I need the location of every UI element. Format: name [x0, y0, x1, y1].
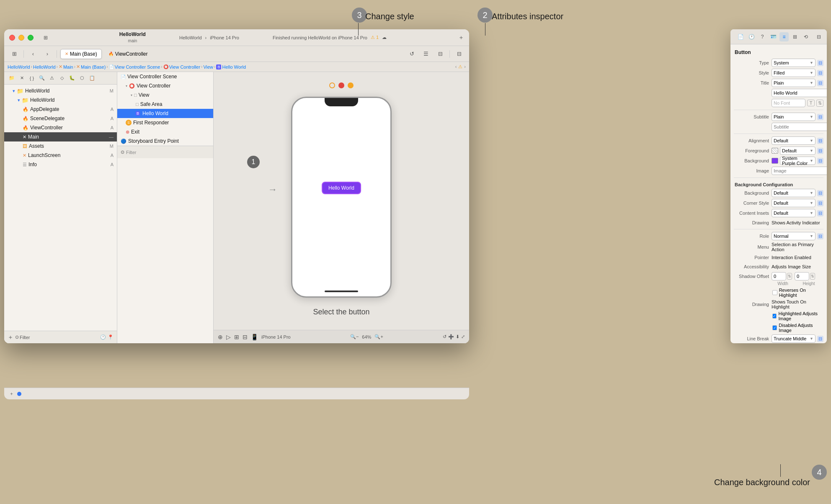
scene-entry-point[interactable]: 🔵 Storyboard Entry Point [117, 136, 213, 146]
maximize-button[interactable] [28, 35, 34, 41]
insp-title-select[interactable]: Plain ▼ [772, 79, 816, 87]
style-selector-badge[interactable]: ⊟ [817, 70, 823, 76]
foreground-swatch[interactable] [772, 148, 778, 154]
linebreak-badge[interactable]: ⊟ [817, 336, 823, 342]
nav-breakpoint-icon[interactable]: ⬡ [78, 74, 86, 82]
insp-style-select[interactable]: Filled ▼ [772, 69, 816, 77]
nav-test-icon[interactable]: ◇ [58, 74, 66, 82]
insp-sidebar-toggle[interactable]: ⊟ [814, 32, 823, 41]
canvas-refresh-btn[interactable]: ↺ [443, 334, 446, 339]
add-file-button[interactable]: ＋ [8, 334, 13, 341]
bc-view[interactable]: View [203, 64, 213, 69]
nav-debug-icon[interactable]: 🐛 [68, 74, 76, 82]
minimize-button[interactable] [18, 35, 24, 41]
insp-content-insets-select[interactable]: Default ▼ [772, 209, 816, 217]
insp-alignment-select[interactable]: Default ▼ [772, 136, 816, 145]
insp-role-select[interactable]: Normal ▼ [772, 232, 816, 240]
file-item-launchscreen[interactable]: ✕ LaunchScreen A [4, 151, 117, 160]
canvas-full-btn[interactable]: ⤢ [461, 334, 465, 339]
refresh-btn[interactable]: ↺ [406, 49, 418, 59]
file-item-main[interactable]: ✕ Main — [4, 132, 117, 141]
insp-size-icon[interactable]: ⊞ [790, 32, 800, 41]
insp-connections-icon[interactable]: ⟲ [801, 32, 810, 41]
foreground-selector-badge[interactable]: ⊟ [817, 148, 823, 154]
shadow-stepper2[interactable]: ⇅ [810, 273, 815, 280]
font-T-badge[interactable]: T [807, 100, 815, 106]
bc-vc-scene[interactable]: View Controller Scene [115, 64, 160, 69]
file-item-appdelegate[interactable]: 🔥 AppDelegate A [4, 105, 117, 114]
insp-identity-icon[interactable]: 🪪 [769, 32, 778, 41]
bc-helloworld1[interactable]: HelloWorld [8, 64, 30, 69]
bc-main[interactable]: ✕ [59, 64, 62, 69]
canvas-grid-btn[interactable]: ⊞ [234, 334, 239, 340]
location-btn[interactable]: 📍 [108, 334, 114, 340]
corner-badge[interactable]: ⊟ [817, 200, 823, 206]
insp-file-icon[interactable]: 📄 [736, 32, 745, 41]
insp-font-select[interactable]: No Font [772, 99, 805, 107]
file-item-assets[interactable]: 🖼 Assets M [4, 141, 117, 151]
reverses-checkbox[interactable] [772, 290, 777, 295]
canvas[interactable]: 1 → [214, 72, 469, 343]
nav-report-icon[interactable]: 📋 [88, 74, 96, 82]
nav-source-icon[interactable]: ✕ [18, 74, 26, 82]
background-swatch[interactable] [772, 158, 778, 164]
forward-btn[interactable]: › [41, 49, 53, 59]
navigator-toggle[interactable]: ⊞ [8, 49, 20, 59]
insp-history-icon[interactable]: 🕐 [747, 32, 756, 41]
bc-nav-next[interactable]: › [464, 64, 466, 69]
canvas-add-btn[interactable]: ⊕ [218, 334, 223, 340]
role-badge[interactable]: ⊟ [817, 233, 823, 239]
shadow-stepper[interactable]: ⇅ [787, 273, 792, 280]
close-button[interactable] [9, 35, 15, 41]
inspector-toggle[interactable]: ⊟ [453, 49, 465, 59]
bc-main-base-label[interactable]: Main (Base) [81, 64, 106, 69]
subtitle-selector-badge[interactable]: ⊟ [817, 114, 823, 120]
back-btn[interactable]: ‹ [27, 49, 39, 59]
canvas-plus-btn[interactable]: ➕ [448, 334, 454, 339]
bc-helloworld2[interactable]: HelloWorld [33, 64, 56, 69]
tab-view-controller[interactable]: 🔥 ViewController [104, 49, 152, 59]
insp-attributes-icon[interactable]: ≡ [779, 32, 789, 41]
insp-corner-select[interactable]: Default ▼ [772, 199, 816, 207]
tab-main-base[interactable]: ✕ Main (Base) [60, 49, 102, 59]
scene-vc-scene[interactable]: 📄 View Controller Scene [117, 72, 213, 81]
filter-icon[interactable]: ⊙ [15, 334, 19, 340]
recent-docs-btn[interactable]: 🕐 [100, 334, 106, 340]
scene-vc[interactable]: ▾ ⭕ View Controller [117, 81, 213, 90]
sidebar-toggle-icon[interactable]: ⊞ [44, 35, 48, 41]
canvas-device-btn[interactable]: 📱 [251, 334, 258, 340]
alignment-selector-badge[interactable]: ⊟ [817, 138, 823, 144]
add-button[interactable]: ＋ [458, 34, 464, 41]
nav-files-icon[interactable]: 📁 [8, 74, 16, 82]
insp-help-icon[interactable]: ? [758, 32, 767, 41]
add-item-btn[interactable]: ＋ [9, 391, 14, 397]
background-selector-badge[interactable]: ⊟ [817, 158, 823, 164]
scheme-selector[interactable]: HelloWorld [179, 35, 202, 40]
file-item-helloworld-sub[interactable]: ▾ 📁 HelloWorld [4, 95, 117, 105]
insp-bg-config-select[interactable]: Default ▼ [772, 189, 816, 197]
device-selector[interactable]: iPhone 14 Pro [210, 35, 239, 40]
content-insets-badge[interactable]: ⊟ [817, 210, 823, 216]
nav-issue-icon[interactable]: ⚠ [48, 74, 56, 82]
nav-find-icon[interactable]: 🔍 [38, 74, 46, 82]
canvas-zoom-in[interactable]: 🔍+ [374, 334, 383, 339]
file-item-viewcontroller[interactable]: 🔥 ViewController A [4, 123, 117, 132]
insp-background-select[interactable]: System Purple Color ▼ [780, 157, 816, 165]
list-btn[interactable]: ☰ [420, 49, 432, 59]
insp-image-input[interactable] [772, 167, 827, 175]
insp-subtitle-input[interactable] [772, 123, 827, 131]
insp-shadow-input[interactable] [772, 272, 786, 280]
canvas-play-btn[interactable]: ▷ [226, 334, 231, 340]
font-stepper[interactable]: ⇅ [816, 100, 823, 107]
scene-hello-world[interactable]: B Hello World [117, 109, 213, 118]
split-btn[interactable]: ⊟ [434, 49, 446, 59]
bc-nav-prev[interactable]: ‹ [455, 64, 457, 69]
highlighted-checkbox[interactable]: ✓ [772, 314, 777, 319]
file-item-scenedelegate[interactable]: 🔥 SceneDelegate A [4, 114, 117, 123]
insp-linebreak-select[interactable]: Truncate Middle ▼ [772, 334, 816, 343]
phone-hello-world-button[interactable]: Hello World [322, 182, 361, 194]
bc-main-label[interactable]: Main [63, 64, 73, 69]
bc-vc[interactable]: View Controller [169, 64, 200, 69]
canvas-download-btn[interactable]: ⬇ [456, 334, 459, 339]
insp-subtitle-select[interactable]: Plain ▼ [772, 113, 816, 121]
